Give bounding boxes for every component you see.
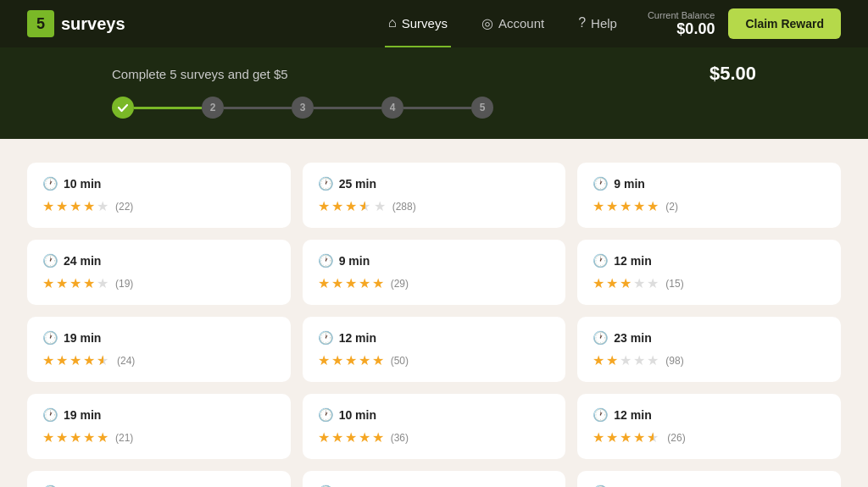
stars: ★★★★★ (318, 275, 384, 291)
rating-row: ★★★★★(21) (42, 429, 275, 445)
survey-time: 🕐12 min (593, 407, 826, 423)
clock-icon: 🕐 (593, 330, 609, 346)
clock-icon: 🕐 (318, 253, 334, 268)
survey-card[interactable]: 🕐23 min★★★★★(98) (577, 317, 841, 382)
stars: ★★★★★ (42, 198, 108, 214)
check-icon (112, 97, 134, 119)
rating-row: ★★★★★(29) (318, 275, 551, 291)
step-line-3-4 (314, 107, 381, 109)
logo-text: surveys (61, 14, 125, 34)
rating-row: ★★★★★(2) (593, 198, 826, 214)
nav-surveys[interactable]: ⌂ Surveys (385, 0, 451, 47)
survey-card[interactable]: 🕐9 min★★★★★(2) (577, 163, 841, 228)
rating-count: (24) (117, 355, 135, 367)
progress-bar: 2 3 4 5 (112, 97, 756, 119)
clock-icon: 🕐 (42, 176, 58, 191)
survey-time: 🕐12 min (593, 253, 826, 268)
nav-account[interactable]: ◎ Account (478, 0, 548, 47)
logo-badge: 5 (27, 10, 54, 37)
clock-icon: 🕐 (593, 253, 609, 268)
rating-count: (22) (115, 201, 133, 213)
survey-time: 🕐10 min (42, 176, 275, 191)
stars: ★★★★★ (42, 275, 108, 291)
stars: ★★★★ ★ ★ ★ (593, 429, 660, 445)
reward-amount: $5.00 (709, 63, 756, 85)
rating-count: (29) (391, 278, 409, 290)
stars: ★★★★★ (593, 275, 659, 291)
progress-step-3: 3 (292, 97, 314, 119)
survey-card[interactable]: 🕐17 min★★★★★(74) (303, 471, 566, 487)
survey-card[interactable]: 🕐25 min★★★ ★ ★ ★ ★(288) (303, 163, 566, 228)
banner-top: Complete 5 surveys and get $5 $5.00 (112, 63, 756, 85)
survey-card[interactable]: 🕐10 min★★★★★(22) (27, 163, 291, 228)
survey-card[interactable]: 🕐20 min★★★★★(0) (577, 471, 841, 487)
step-circle-2: 2 (202, 97, 224, 119)
survey-card[interactable]: 🕐19 min★★★★★(21) (27, 394, 291, 459)
clock-icon: 🕐 (318, 176, 334, 191)
stars: ★★★ ★ ★ ★ ★ (318, 198, 386, 214)
survey-card[interactable]: 🕐24 min★★★★★(19) (27, 240, 291, 305)
survey-time: 🕐9 min (318, 253, 551, 268)
rating-row: ★★★★★(50) (318, 352, 551, 368)
step-line-1-2 (134, 107, 202, 109)
survey-card[interactable]: 🕐19 min★★★★ ★ ★ ★ (24) (27, 317, 291, 382)
help-icon: ? (578, 15, 586, 30)
survey-time: 🕐10 min (318, 407, 551, 423)
rating-count: (50) (391, 355, 409, 367)
progress-step-2: 2 (202, 97, 224, 119)
clock-icon: 🕐 (42, 330, 58, 346)
logo-area: 5 surveys (27, 10, 125, 37)
survey-time: 🕐9 min (593, 176, 826, 191)
stars: ★★★★★ (42, 429, 108, 445)
stars: ★★★★★ (593, 352, 659, 368)
main-content: 🕐10 min★★★★★(22)🕐25 min★★★ ★ ★ ★ ★(288)🕐… (0, 139, 868, 487)
survey-card[interactable]: 🕐12 min★★★★ ★ ★ ★ (26) (577, 394, 841, 459)
rating-row: ★★★ ★ ★ ★ ★(288) (318, 198, 551, 214)
claim-reward-button[interactable]: Claim Reward (728, 8, 841, 39)
header-right: Current Balance $0.00 Claim Reward (648, 8, 841, 39)
balance-label: Current Balance (648, 10, 715, 20)
clock-icon: 🕐 (318, 330, 334, 346)
clock-icon: 🕐 (593, 407, 609, 423)
stars: ★★★★ ★ ★ ★ (42, 352, 110, 368)
clock-icon: 🕐 (593, 176, 609, 191)
clock-icon: 🕐 (318, 407, 334, 423)
progress-step-1 (112, 97, 134, 119)
rating-row: ★★★★★(98) (593, 352, 826, 368)
rating-row: ★★★★★(22) (42, 198, 275, 214)
step-circle-3: 3 (292, 97, 314, 119)
survey-time: 🕐24 min (42, 253, 275, 268)
step-line-2-3 (224, 107, 292, 109)
stars: ★★★★★ (318, 429, 384, 445)
rating-row: ★★★★ ★ ★ ★ (24) (42, 352, 275, 368)
survey-time: 🕐19 min (42, 330, 275, 346)
rating-row: ★★★★★(19) (42, 275, 275, 291)
rating-count: (288) (392, 201, 416, 213)
home-icon: ⌂ (388, 15, 397, 30)
rating-row: ★★★★ ★ ★ ★ (26) (593, 429, 826, 445)
progress-step-5: 5 (471, 97, 493, 119)
survey-card[interactable]: 🕐16 min★★★★★(19) (27, 471, 291, 487)
rating-count: (21) (115, 432, 133, 444)
account-icon: ◎ (481, 15, 493, 31)
clock-icon: 🕐 (42, 407, 58, 423)
rating-count: (2) (665, 201, 678, 213)
rating-count: (98) (665, 355, 683, 367)
survey-card[interactable]: 🕐9 min★★★★★(29) (303, 240, 566, 305)
survey-time: 🕐25 min (318, 176, 551, 191)
progress-step-4: 4 (381, 97, 403, 119)
balance-area: Current Balance $0.00 (648, 10, 715, 38)
promo-text: Complete 5 surveys and get $5 (112, 67, 288, 81)
nav-help[interactable]: ? Help (575, 0, 620, 47)
clock-icon: 🕐 (42, 253, 58, 268)
header: 5 surveys ⌂ Surveys ◎ Account ? Help Cur… (0, 0, 868, 47)
survey-card[interactable]: 🕐12 min★★★★★(15) (577, 240, 841, 305)
rating-count: (19) (115, 278, 133, 290)
rating-count: (36) (391, 432, 409, 444)
rating-row: ★★★★★(36) (318, 429, 551, 445)
survey-grid: 🕐10 min★★★★★(22)🕐25 min★★★ ★ ★ ★ ★(288)🕐… (27, 163, 841, 487)
survey-card[interactable]: 🕐10 min★★★★★(36) (303, 394, 566, 459)
survey-card[interactable]: 🕐12 min★★★★★(50) (303, 317, 566, 382)
rating-count: (15) (665, 278, 683, 290)
promo-banner: Complete 5 surveys and get $5 $5.00 2 3 (0, 47, 868, 139)
